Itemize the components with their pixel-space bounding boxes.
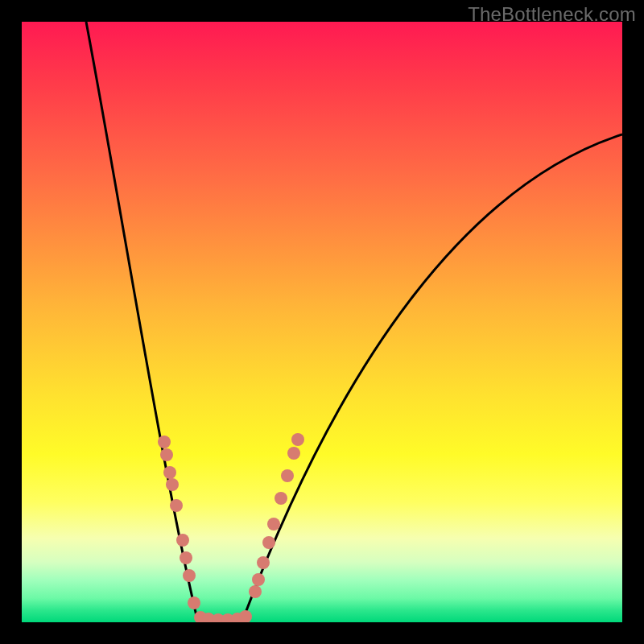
data-point — [188, 597, 200, 609]
data-point — [163, 466, 176, 479]
data-point — [166, 478, 179, 491]
chart-svg — [22, 22, 622, 622]
v-curve-left — [86, 22, 197, 619]
data-point — [239, 610, 252, 622]
watermark-text: TheBottleneck.com — [468, 3, 636, 26]
data-point — [176, 534, 189, 547]
data-point — [287, 447, 300, 460]
data-point — [158, 436, 171, 448]
data-point — [170, 499, 183, 512]
data-point — [252, 573, 265, 586]
plot-area — [22, 22, 622, 622]
data-point — [267, 518, 280, 530]
data-point — [183, 569, 196, 582]
data-point — [160, 448, 173, 461]
data-point — [291, 433, 304, 446]
data-point — [249, 585, 262, 598]
data-points-group — [158, 433, 304, 622]
v-curve-right — [243, 134, 622, 619]
data-point — [275, 492, 287, 505]
data-point — [257, 556, 270, 569]
data-point — [180, 551, 192, 564]
data-point — [281, 469, 294, 482]
data-point — [262, 536, 275, 549]
